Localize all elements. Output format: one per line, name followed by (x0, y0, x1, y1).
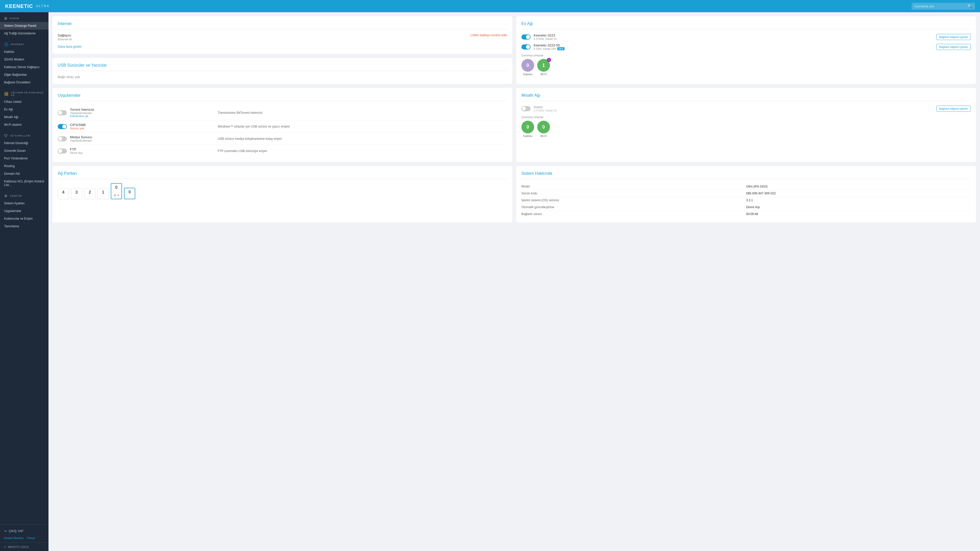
menu-toggle-button[interactable]: ≡ MENÜYÜ GİZLE (0, 543, 48, 551)
port-x-icon[interactable]: ✕ (117, 194, 119, 197)
sidebar-item-ag-trafigi[interactable]: Ağ Trafiği Görüntüleme (0, 30, 48, 37)
sidebar-item-kablolu[interactable]: Kablolu (0, 48, 48, 56)
sidebar-item-label: Misafir Ağı (4, 115, 18, 119)
conn-btn-1[interactable]: Bağlantı bilgisini göster (936, 44, 971, 50)
port-box-3: 1 - (97, 188, 109, 199)
port-num-3: 1 (100, 190, 107, 195)
app-toggle-1[interactable] (58, 124, 67, 129)
app-body: ⊞ DURUM Sistem Gösterge Paneli Ağ Trafiğ… (0, 12, 980, 551)
internet-card-title[interactable]: İnternet (58, 21, 507, 29)
guest-sub: 2.4 GHz, Kanal 13 (534, 109, 933, 112)
apps-card-title[interactable]: Uygulamalar (58, 93, 507, 101)
provider-info: Sağlayıcı Ethernet ile (58, 33, 72, 41)
online-label: Çevrimiçi cihazlar (522, 54, 971, 57)
sidebar-item-sistem-gosterge[interactable]: Sistem Gösterge Paneli (0, 22, 48, 30)
guest-toggle[interactable] (522, 106, 531, 111)
wifi-toggle-0[interactable] (522, 35, 531, 40)
sidebar-item-label: Tanımlama (4, 224, 19, 228)
sidebar-item-kullaniciler[interactable]: Kullanıcılar ve Erişim (0, 215, 48, 222)
internet-icon: 🌐 (4, 42, 9, 46)
wifi-toggle-1[interactable] (522, 44, 531, 49)
sidebar-item-uygulamalar[interactable]: Uygulamalar (0, 207, 48, 215)
destek-merkezi-link[interactable]: Destek Merkezi (4, 537, 24, 540)
sidebar-item-internet-guvenligi[interactable]: İnternet Güvenliği (0, 139, 48, 147)
sidebar-item-domain-adi[interactable]: Domain Adı (0, 170, 48, 178)
home-network-title[interactable]: Ev Ağı (522, 21, 971, 29)
sidebar-item-label: Kablolu (4, 50, 14, 54)
sidebar-item-label: Kablosuz ACL (Erişim Kontrol List... (4, 179, 45, 187)
guest-wifi-circle: 0 (537, 121, 550, 133)
sidebar-item-sistem-ayarlari[interactable]: Sistem Ayarları (0, 200, 48, 207)
wifi-entry-1: Keenetic-3223-55 5 GHz, Kanal 104 DFS Ba… (522, 43, 971, 50)
port-num-5: 0 (127, 190, 133, 194)
apps-card: Uygulamalar Torrent İstemcisi Yapılandır… (52, 88, 512, 162)
wifi-circle: 1 1 (537, 59, 550, 72)
guest-conn-btn[interactable]: Bağlantı bilgisini göster (936, 106, 971, 112)
sidebar-item-routing[interactable]: Routing (0, 162, 48, 170)
section-title-ag-kurallari: 🛡 AĞ KURALLARI (0, 133, 48, 139)
wired-label: Kablolu (523, 73, 533, 76)
search-bar[interactable]: 🔍 (912, 3, 975, 10)
port-num-4: 0 (113, 185, 119, 190)
sidebar-item-label: Diğer Bağlantılar (4, 73, 27, 76)
search-input[interactable] (914, 4, 965, 8)
sidebar-section-ag-kurallari: 🛡 AĞ KURALLARI İnternet Güvenliği Güvenl… (0, 130, 48, 190)
app-status-3: Devre dışı (70, 151, 215, 154)
app-toggle-2[interactable] (58, 136, 67, 141)
app-row-2: Medya Sunucu Yapılandırılamadı USB sürüc… (58, 133, 507, 145)
logout-button[interactable]: ↪ ÇIKIŞ YAP (4, 528, 45, 534)
usb-card-title[interactable]: USB Sürücüler ve Yazıcılar (58, 63, 507, 71)
system-info-card: Sistem Hakkında Model Ultra (KN-1810) Se… (516, 166, 976, 222)
port-gear-icon[interactable]: ⚙ (114, 194, 116, 197)
app-toggle-3[interactable] (58, 148, 67, 154)
sidebar-item-kablosuz-acl[interactable]: Kablosuz ACL (Erişim Kontrol List... (0, 178, 48, 189)
wired-circle-wrap: 0 Kablolu (522, 59, 534, 76)
sidebar-item-diger-baglantilar[interactable]: Diğer Bağlantılar (0, 71, 48, 79)
sidebar-item-baglanti-oncelikleri[interactable]: Bağlantı Öncelikleri (0, 79, 48, 86)
search-icon[interactable]: 🔍 (967, 4, 972, 9)
dil-link[interactable]: Türkçe (27, 537, 35, 540)
yonetim-icon: ⚙ (4, 194, 8, 198)
main-content: İnternet Sağlayıcı Ethernet ile Lütfen k… (48, 12, 980, 551)
sidebar-item-misafir-agi[interactable]: Misafir Ağı (0, 113, 48, 121)
guest-wifi-label: Wi-Fi (540, 135, 547, 138)
sidebar-item-label: Ağ Trafiği Görüntüleme (4, 32, 35, 35)
sidebar-item-cihaz-listesi[interactable]: Cihaz Listesi (0, 98, 48, 106)
section-title-yonetim: ⚙ YÖNETİM (0, 193, 48, 200)
port-dot-5: - (127, 195, 133, 197)
app-info-2: Medya Sunucu Yapılandırılamadı (70, 135, 215, 142)
sidebar-item-port-yonlendirme[interactable]: Port Yönlendirme (0, 155, 48, 162)
sidebar-item-3g4g[interactable]: 3G/4G Modem (0, 56, 48, 63)
app-toggle-0[interactable] (58, 110, 67, 115)
info-val-0: Ultra (KN-1810) (746, 185, 971, 188)
guest-network-title[interactable]: Misafir Ağı (522, 93, 971, 101)
port-dot-3: - (100, 195, 107, 197)
info-row-2: İşletim sistemi (OS) sürümü 3.3.1 (522, 197, 971, 204)
sidebar-item-label: 3G/4G Modem (4, 58, 24, 61)
guest-name: Guest (534, 105, 933, 109)
sidebar-item-kablosuz-servis[interactable]: Kablosuz Servis Sağlayıcı (0, 63, 48, 71)
app-status-0: Yapılandırılamadı (70, 111, 215, 114)
sidebar-item-guvenlik-duvan[interactable]: Güvenlik Duvan (0, 147, 48, 155)
more-link[interactable]: Daha fazla göster (58, 45, 82, 48)
port-dot-0: - (60, 195, 67, 197)
sidebar-item-label: Bağlantı Öncelikleri (4, 81, 30, 84)
menu-toggle-icon: ≡ (4, 545, 6, 548)
provider-sub: Ethernet ile (58, 38, 72, 41)
wifi-notification-badge: 1 (547, 58, 551, 62)
sidebar-item-ev-agi[interactable]: Ev Ağı (0, 106, 48, 113)
usb-card: USB Sürücüler ve Yazıcılar Bağlı cihaz y… (52, 58, 512, 84)
toggle-knob-app-1 (62, 124, 66, 129)
system-info-title[interactable]: Sistem Hakkında (522, 171, 971, 179)
sidebar-item-wifi-sistemi[interactable]: Wi-Fi sistemi (0, 121, 48, 129)
app-desc-3: FTP üzerinden USB sürücüye erişim (218, 149, 507, 153)
network-ports-card: Ağ Portları 4 - 3 - 2 - 1 - (52, 166, 512, 222)
wired-circle: 0 (522, 59, 534, 72)
guest-wired-circle: 0 (522, 121, 534, 133)
app-link-0[interactable]: İndirilenlere git (70, 114, 215, 118)
sidebar-item-tanimlama[interactable]: Tanımlama (0, 222, 48, 230)
conn-btn-0[interactable]: Bağlantı bilgisini göster (936, 34, 971, 40)
sidebar-item-label: Sistem Ayarları (4, 202, 24, 205)
app-status-1: Sürücü yok (70, 127, 215, 130)
network-ports-title[interactable]: Ağ Portları (58, 171, 507, 179)
